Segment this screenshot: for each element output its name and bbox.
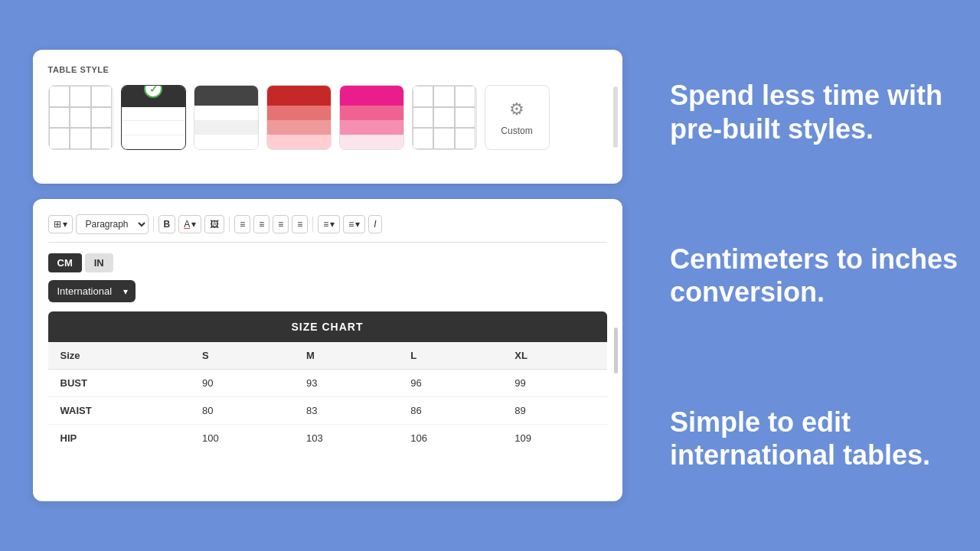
style-option-dark[interactable] [121, 85, 186, 150]
align-left-button[interactable]: ≡ [234, 215, 250, 233]
style-option-outline[interactable] [412, 85, 477, 150]
style-options-list: ⚙ Custom [48, 85, 607, 150]
cell-waist-l: 86 [398, 397, 502, 425]
mini-table-pink [340, 86, 403, 149]
editor-body: CM IN International US UK EU SIZE CHART [48, 250, 607, 455]
cell-bust-label: BUST [48, 370, 190, 397]
gear-icon: ⚙ [509, 99, 524, 119]
size-chart: SIZE CHART Size S M L XL BUST [48, 311, 607, 452]
cell-bust-s: 90 [190, 370, 294, 397]
right-panel: Spend less time with pre-built styles. C… [655, 0, 980, 551]
cell-hip-l: 106 [398, 425, 502, 452]
scrollbar-top[interactable] [613, 86, 618, 148]
cell-waist-xl: 89 [502, 397, 606, 425]
region-dropdown[interactable]: International US UK EU [48, 280, 136, 302]
font-color-button[interactable]: A ▾ [178, 215, 201, 233]
align-right-button[interactable]: ≡ [273, 215, 289, 233]
table-row: WAIST 80 83 86 89 [48, 397, 607, 425]
style-option-pink[interactable] [339, 85, 404, 150]
unordered-list-button[interactable]: ≡ ▾ [343, 215, 365, 233]
body-row-light [194, 106, 258, 120]
body-row-1 [267, 106, 331, 120]
style-option-striped[interactable] [194, 85, 259, 150]
cell-hip-m: 103 [294, 425, 398, 452]
card-top-title: TABLE STYLE [48, 65, 607, 74]
cell [49, 86, 70, 107]
editor-toolbar: ⊞ ▾ Paragraph B A ▾ 🖼 ≡ ≡ [48, 214, 607, 243]
cell-bust-m: 93 [294, 370, 398, 397]
font-color-icon: A [184, 219, 190, 230]
ordered-list-arrow: ▾ [330, 219, 335, 230]
header-row [194, 86, 258, 106]
region-select: International US UK EU [48, 280, 607, 302]
mini-table-plain [49, 86, 113, 149]
table-row: HIP 100 103 106 109 [48, 425, 607, 452]
toolbar-separator-3 [312, 217, 313, 232]
table-arrow: ▾ [63, 219, 67, 230]
align-right-icon: ≡ [278, 219, 283, 230]
region-wrapper: International US UK EU [48, 280, 136, 302]
table-row: BUST 90 93 96 99 [48, 370, 607, 397]
cell-waist-m: 83 [294, 397, 398, 425]
bold-icon: B [164, 219, 171, 230]
cell [91, 86, 113, 107]
in-button[interactable]: IN [85, 253, 113, 272]
cell [433, 107, 455, 129]
image-icon: 🖼 [210, 219, 219, 230]
cell-hip-label: HIP [48, 425, 190, 452]
custom-label: Custom [501, 126, 532, 136]
body-row [122, 121, 185, 135]
mini-table-outline [413, 86, 476, 149]
unit-toggle: CM IN [48, 253, 607, 272]
cell-bust-l: 96 [398, 370, 502, 397]
ordered-list-icon: ≡ [323, 219, 328, 230]
cell [91, 128, 113, 149]
size-chart-header: SIZE CHART [48, 311, 607, 342]
col-s: S [190, 342, 294, 370]
align-justify-button[interactable]: ≡ [292, 215, 308, 233]
cell [70, 107, 91, 129]
cell-waist-label: WAIST [48, 397, 190, 425]
cell [70, 86, 91, 107]
toolbar-separator [153, 217, 154, 232]
size-chart-tbody: BUST 90 93 96 99 WAIST 80 83 86 89 [48, 370, 607, 452]
scrollbar-bottom[interactable] [614, 328, 618, 373]
cell [413, 86, 434, 107]
body-row-2 [340, 120, 403, 135]
body-row-1 [340, 106, 403, 120]
table-icon: ⊞ [54, 219, 61, 230]
cm-button[interactable]: CM [48, 253, 82, 272]
align-left-icon: ≡ [240, 219, 245, 230]
font-color-arrow: ▾ [191, 219, 196, 230]
mini-table-red [267, 86, 331, 149]
table-tool-button[interactable]: ⊞ ▾ [48, 215, 73, 233]
align-center-icon: ≡ [259, 219, 264, 230]
align-justify-icon: ≡ [297, 219, 302, 230]
cell [70, 128, 91, 149]
cell-hip-s: 100 [190, 425, 294, 452]
table-style-card: TABLE STYLE [33, 50, 622, 184]
size-chart-table: Size S M L XL BUST 90 93 96 [48, 342, 607, 452]
italic-button[interactable]: I [368, 215, 381, 233]
cell [91, 107, 113, 129]
col-size: Size [48, 342, 190, 370]
style-option-custom[interactable]: ⚙ Custom [485, 85, 550, 150]
ordered-list-button[interactable]: ≡ ▾ [318, 215, 340, 233]
right-text-2: Centimeters to inches conversion. [670, 243, 965, 308]
right-text-1: Spend less time with pre-built styles. [670, 79, 965, 145]
unordered-list-arrow: ▾ [355, 219, 360, 230]
cell-waist-s: 80 [190, 397, 294, 425]
style-option-plain[interactable] [48, 85, 113, 150]
style-option-red[interactable] [266, 85, 332, 150]
image-button[interactable]: 🖼 [204, 215, 224, 233]
cell [49, 128, 70, 149]
col-m: M [294, 342, 398, 370]
bold-button[interactable]: B [158, 215, 176, 233]
cell [49, 107, 70, 129]
paragraph-select[interactable]: Paragraph [76, 214, 149, 234]
cell [413, 107, 434, 129]
header-row [340, 86, 403, 106]
align-center-button[interactable]: ≡ [253, 215, 270, 233]
body-row [122, 135, 185, 149]
toolbar-separator-2 [229, 217, 230, 232]
